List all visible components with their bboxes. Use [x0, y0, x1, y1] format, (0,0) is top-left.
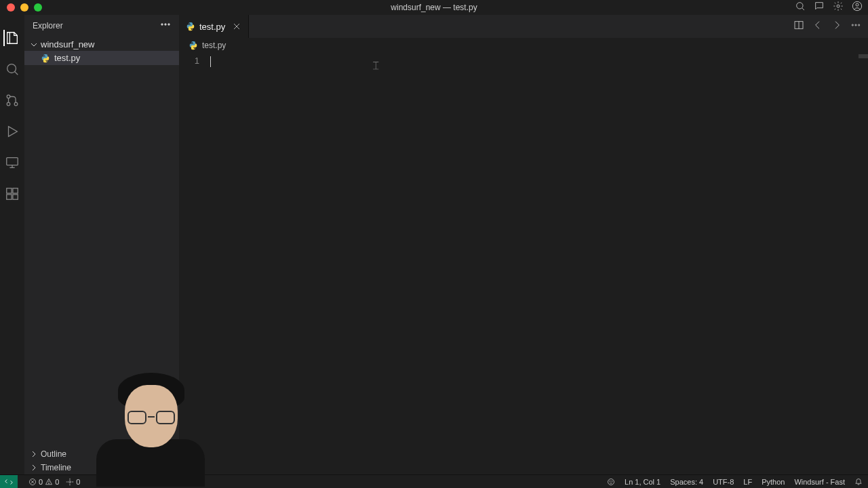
- chevron-right-icon: [30, 450, 38, 458]
- editor-area: test.py test.py 1: [179, 15, 868, 474]
- split-editor-icon[interactable]: [793, 20, 804, 33]
- svg-rect-15: [7, 195, 12, 199]
- tab-test-py[interactable]: test.py: [179, 15, 249, 38]
- svg-rect-10: [7, 158, 18, 165]
- nav-forward-icon[interactable]: [831, 20, 842, 33]
- folder-name: windsurf_new: [41, 39, 95, 49]
- svg-point-25: [855, 24, 856, 26]
- warning-icon: [45, 478, 53, 486]
- tab-label: test.py: [199, 22, 225, 32]
- editor-more-icon[interactable]: [850, 20, 861, 33]
- nav-back-icon[interactable]: [812, 20, 823, 33]
- activity-bar: [0, 15, 24, 474]
- sidebar-more-icon[interactable]: [160, 19, 171, 33]
- line-number: 1: [179, 56, 199, 66]
- svg-rect-13: [7, 188, 12, 193]
- status-indentation[interactable]: Spaces: 4: [670, 478, 703, 486]
- status-eol[interactable]: LF: [743, 478, 752, 486]
- breadcrumb-file: test.py: [202, 41, 226, 50]
- ports-count: 0: [76, 478, 80, 486]
- tabs-bar: test.py: [179, 15, 868, 38]
- account-icon[interactable]: [852, 1, 863, 14]
- svg-point-0: [797, 3, 803, 9]
- outline-section[interactable]: Outline: [24, 447, 179, 461]
- activity-extensions[interactable]: [4, 186, 20, 202]
- svg-line-1: [802, 8, 804, 10]
- window-maximize-button[interactable]: [34, 3, 42, 12]
- line-number-gutter: 1: [179, 53, 210, 474]
- activity-remote[interactable]: [4, 155, 20, 171]
- svg-point-19: [168, 24, 170, 25]
- status-cursor-position[interactable]: Ln 1, Col 1: [625, 478, 660, 486]
- text-caret: [210, 56, 211, 67]
- window-minimize-button[interactable]: [20, 3, 28, 12]
- activity-explorer[interactable]: [3, 30, 20, 46]
- svg-point-8: [14, 102, 18, 106]
- titlebar: windsurf_new — test.py: [0, 0, 868, 15]
- status-encoding[interactable]: UTF-8: [713, 478, 734, 486]
- svg-rect-16: [13, 195, 18, 199]
- python-file-icon: [41, 54, 50, 63]
- status-language[interactable]: Python: [762, 478, 785, 486]
- error-icon: [28, 478, 37, 486]
- ibeam-cursor-icon: ⌶: [373, 60, 378, 70]
- timeline-section[interactable]: Timeline: [24, 461, 179, 474]
- folder-root[interactable]: windsurf_new: [24, 38, 179, 51]
- svg-point-34: [610, 481, 610, 481]
- status-bar: 0 0 0 Ln 1, Col 1 Spaces: 4 UTF-8 LF Pyt…: [0, 474, 868, 488]
- sidebar-title: Explorer: [33, 21, 63, 30]
- explorer-sidebar: Explorer windsurf_new test.py Outline: [24, 15, 179, 474]
- chevron-down-icon: [30, 41, 38, 49]
- file-item-test-py[interactable]: test.py: [24, 51, 179, 65]
- svg-rect-14: [13, 188, 18, 193]
- ports-icon: [66, 478, 74, 486]
- remote-button[interactable]: [0, 475, 18, 489]
- file-label: test.py: [54, 53, 80, 63]
- outline-label: Outline: [41, 449, 66, 459]
- svg-point-24: [852, 24, 853, 26]
- chevron-right-icon: [30, 464, 38, 472]
- tab-close-button[interactable]: [232, 22, 241, 31]
- svg-point-7: [7, 95, 10, 98]
- window-close-button[interactable]: [7, 3, 15, 12]
- status-problems[interactable]: 0 0: [28, 478, 59, 486]
- svg-line-6: [15, 72, 18, 75]
- svg-point-26: [859, 24, 860, 26]
- minimap[interactable]: [859, 54, 868, 58]
- activity-run-debug[interactable]: [4, 123, 20, 140]
- activity-search[interactable]: [4, 61, 20, 77]
- svg-point-18: [165, 24, 166, 25]
- svg-point-17: [161, 24, 163, 25]
- svg-point-31: [49, 483, 50, 483]
- status-provider[interactable]: Windsurf - Fast: [794, 478, 845, 486]
- chat-icon[interactable]: [814, 1, 825, 14]
- svg-point-33: [608, 479, 614, 485]
- svg-point-5: [7, 64, 16, 73]
- bell-icon: [854, 478, 863, 486]
- window-title: windsurf_new — test.py: [391, 3, 477, 12]
- python-file-icon: [186, 22, 195, 31]
- status-feedback[interactable]: [607, 478, 615, 486]
- command-palette-icon[interactable]: [795, 1, 806, 14]
- svg-point-4: [856, 3, 859, 6]
- status-ports[interactable]: 0: [66, 478, 80, 486]
- python-file-icon: [189, 41, 198, 50]
- warning-count: 0: [55, 478, 59, 486]
- svg-point-32: [69, 481, 71, 483]
- svg-point-9: [7, 102, 10, 106]
- svg-point-2: [837, 5, 840, 7]
- status-notifications[interactable]: [854, 478, 863, 486]
- activity-source-control[interactable]: [4, 92, 20, 108]
- breadcrumb[interactable]: test.py: [179, 38, 868, 53]
- error-count: 0: [39, 478, 43, 486]
- code-editor[interactable]: 1 ⌶: [179, 53, 868, 474]
- timeline-label: Timeline: [41, 463, 71, 472]
- smile-icon: [607, 478, 615, 486]
- svg-point-35: [612, 481, 612, 481]
- settings-icon[interactable]: [833, 1, 844, 14]
